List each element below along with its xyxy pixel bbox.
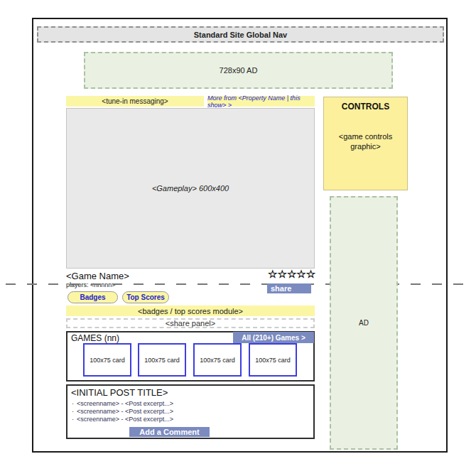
more-from-link[interactable]: More from <Property Name | this show> > — [207, 96, 315, 107]
all-games-button[interactable]: All (210+) Games > — [233, 332, 314, 343]
share-button[interactable]: share — [267, 283, 311, 293]
game-card[interactable]: 100x75 card — [138, 343, 186, 377]
game-card[interactable]: 100x75 card — [193, 343, 242, 377]
tab-top-scores[interactable]: Top Scores — [122, 291, 169, 303]
initial-post-title: <INITIAL POST TITLE> — [71, 387, 168, 398]
post-excerpt: <screenname> - <Post excerpt...> — [77, 408, 173, 415]
comments-section: <INITIAL POST TITLE> ·<screenname> - <Po… — [66, 384, 315, 439]
tab-badges[interactable]: Badges — [67, 291, 118, 303]
gameplay-area[interactable]: <Gameplay> 600x400 — [66, 108, 315, 269]
controls-title: CONTROLS — [324, 102, 407, 112]
post-excerpt: <screenname> - <Post excerpt...> — [77, 416, 173, 423]
star-rating-icons[interactable]: ☆☆☆☆☆ — [268, 269, 312, 280]
bullet-icon: · — [72, 408, 74, 415]
share-panel[interactable]: <share panel> — [66, 318, 315, 328]
page-fold-line — [6, 283, 470, 285]
badges-top-scores-module: <badges / top scores module> — [66, 305, 315, 316]
post-row[interactable]: ·<screenname> - <Post excerpt...> — [72, 416, 173, 423]
games-section: GAMES (nn) All (210+) Games > 100x75 car… — [66, 331, 315, 382]
global-nav-bar[interactable]: Standard Site Global Nav — [37, 26, 444, 43]
game-name: <Game Name> — [66, 271, 129, 281]
add-comment-button[interactable]: Add a Comment — [129, 427, 210, 437]
tune-in-messaging-bar: <tune-in messaging> — [66, 96, 204, 107]
controls-panel: CONTROLS <game controls graphic> — [323, 97, 408, 190]
skyscraper-ad: AD — [330, 196, 398, 450]
game-card[interactable]: 100x75 card — [83, 343, 131, 377]
post-row[interactable]: ·<screenname> - <Post excerpt...> — [72, 408, 173, 415]
game-controls-graphic: <game controls graphic> — [324, 131, 407, 151]
leaderboard-ad: 728x90 AD — [84, 52, 393, 89]
post-excerpt: <screenname> - <Post excerpt...> — [77, 400, 173, 407]
bullet-icon: · — [72, 416, 74, 423]
wireframe-canvas: Standard Site Global Nav 728x90 AD <tune… — [0, 0, 476, 476]
games-section-title: GAMES (nn) — [71, 333, 119, 343]
players-count: players: <nnnnn> — [66, 281, 116, 288]
post-row[interactable]: ·<screenname> - <Post excerpt...> — [72, 400, 173, 407]
bullet-icon: · — [72, 400, 74, 407]
game-card[interactable]: 100x75 card — [249, 343, 297, 377]
